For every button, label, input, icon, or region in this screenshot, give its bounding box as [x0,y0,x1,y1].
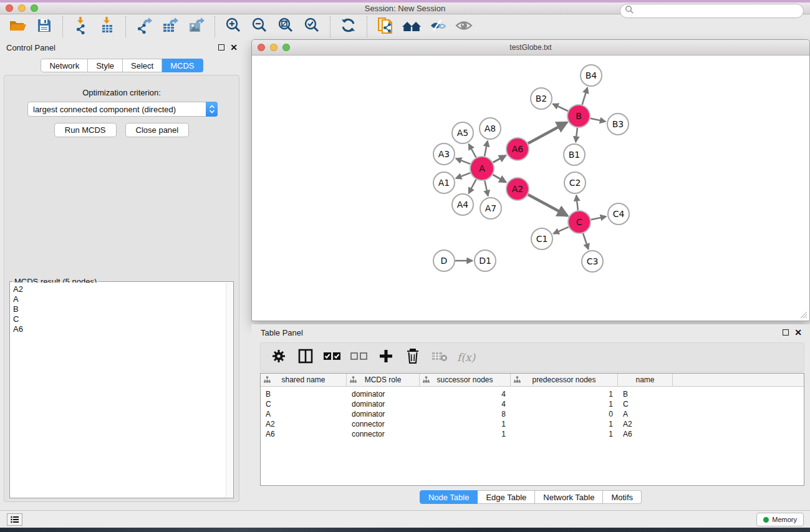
edge-A2-C[interactable] [528,195,567,216]
edge-A-A1[interactable] [456,173,470,178]
edge-A-A7[interactable] [485,181,488,196]
tab-network[interactable]: Network [41,59,88,72]
cell-shared-name[interactable]: A [261,409,347,419]
refresh-button[interactable] [338,17,359,37]
eye-button[interactable] [453,17,475,37]
optimization-criterion-select[interactable]: largest connected component (directed) [27,102,218,117]
tab-edge-table[interactable]: Edge Table [478,490,535,504]
cell-name[interactable]: A6 [618,429,673,439]
node-A4[interactable]: A4 [452,194,473,215]
run-mcds-button[interactable]: Run MCDS [54,123,117,137]
node-D[interactable]: D [433,250,455,271]
node-C1[interactable]: C1 [531,228,552,249]
node-A[interactable]: A [470,157,494,180]
column-header-successor-nodes[interactable]: successor nodes [420,374,511,386]
node-A5[interactable]: A5 [452,122,473,143]
node-C4[interactable]: C4 [608,203,629,225]
delete-column-button[interactable] [403,348,422,367]
tab-style[interactable]: Style [88,59,123,72]
mcds-result-list[interactable]: A2ABCA6 [11,283,226,497]
tab-network-table[interactable]: Network Table [535,490,603,504]
table-row[interactable]: Adominator80A [261,409,804,419]
tab-motifs[interactable]: Motifs [603,490,642,504]
cell-MCDS-role[interactable]: dominator [347,409,420,419]
unselect-all-button[interactable] [350,348,369,367]
search-input[interactable] [634,7,803,16]
cell-MCDS-role[interactable]: dominator [347,389,420,399]
node-B1[interactable]: B1 [564,144,585,165]
export-image-button[interactable] [186,17,207,37]
zoom-out-button[interactable] [249,17,270,37]
cell-MCDS-role[interactable]: connector [347,429,420,439]
cell-name[interactable]: A2 [618,419,673,429]
cell-name[interactable]: A [618,409,673,419]
close-table-panel-icon[interactable]: ✕ [794,329,802,336]
tab-select[interactable]: Select [123,59,162,72]
node-B[interactable]: B [567,105,590,127]
cell-shared-name[interactable]: A2 [261,419,347,429]
edge-C-C1[interactable] [554,227,569,234]
cell-MCDS-role[interactable]: dominator [347,399,420,409]
table-row[interactable]: Cdominator41C [261,399,804,409]
edge-B-B3[interactable] [591,118,605,122]
cell-successor-nodes[interactable]: 4 [420,389,511,399]
cell-predecessor-nodes[interactable]: 0 [511,409,618,419]
save-button[interactable] [34,17,55,37]
mcds-result-item[interactable]: A2 [13,284,223,294]
node-C3[interactable]: C3 [582,251,603,272]
edge-C-C2[interactable] [576,195,578,210]
node-A7[interactable]: A7 [480,198,501,219]
edge-A-A4[interactable] [469,180,476,193]
mcds-result-item[interactable]: A6 [13,324,223,334]
node-C2[interactable]: C2 [564,172,586,193]
cell-successor-nodes[interactable]: 8 [420,409,511,419]
network-file-button[interactable] [375,17,396,37]
export-network-button[interactable] [133,17,155,37]
column-header-shared-name[interactable]: shared name [261,374,347,386]
tab-mcds[interactable]: MCDS [162,59,203,72]
node-B3[interactable]: B3 [607,114,629,135]
cell-successor-nodes[interactable]: 4 [420,399,511,409]
node-A3[interactable]: A3 [433,143,455,165]
edge-C-C4[interactable] [591,216,606,220]
float-panel-icon[interactable] [218,44,224,51]
edge-B-B1[interactable] [576,128,577,142]
network-canvas[interactable]: B4B2BB3A5A8A6B1A3AA1C2A4A7A2C4CC1C3DD1 [253,56,809,320]
network-view-window[interactable]: testGlobe.txt B4B2BB3A5A8A6B1A3AA1C2A4A7… [251,39,810,321]
cell-shared-name[interactable]: A6 [261,429,347,439]
edge-A6-B[interactable] [528,122,567,143]
resize-grip[interactable] [800,311,808,319]
cell-predecessor-nodes[interactable]: 1 [511,419,618,429]
edge-A-A6[interactable] [493,155,506,162]
clear-table-button[interactable] [430,348,449,367]
gear-button[interactable] [269,348,288,367]
network-window-titlebar[interactable]: testGlobe.txt [252,40,809,56]
cell-predecessor-nodes[interactable]: 1 [511,399,618,409]
node-A8[interactable]: A8 [480,118,501,139]
cell-predecessor-nodes[interactable]: 1 [511,429,618,439]
cell-name[interactable]: B [618,389,673,399]
import-network-button[interactable] [70,17,92,37]
add-column-button[interactable] [377,348,395,367]
close-panel-icon[interactable]: ✕ [230,44,238,51]
table-row[interactable]: A6connector11A6 [261,429,804,439]
edge-A-A3[interactable] [456,158,470,164]
network-graph[interactable]: B4B2BB3A5A8A6B1A3AA1C2A4A7A2C4CC1C3DD1 [253,56,809,320]
mcds-result-item[interactable]: C [13,314,223,324]
close-panel-button[interactable]: Close panel [125,123,190,137]
cell-shared-name[interactable]: C [261,399,347,409]
node-A6[interactable]: A6 [506,138,529,160]
table-row[interactable]: Bdominator41B [261,389,804,399]
edge-B-B2[interactable] [553,104,568,111]
node-D1[interactable]: D1 [475,250,496,271]
split-panel-button[interactable] [296,348,315,367]
column-header-MCDS-role[interactable]: MCDS role [347,374,420,386]
export-table-button[interactable] [160,17,181,37]
cell-predecessor-nodes[interactable]: 1 [511,389,618,399]
import-table-button[interactable] [97,17,118,37]
node-B4[interactable]: B4 [581,65,602,86]
node-C[interactable]: C [568,211,591,233]
function-builder-button[interactable]: f(x) [457,351,475,364]
cell-shared-name[interactable]: B [261,389,347,399]
zoom-fit-button[interactable] [275,17,296,37]
